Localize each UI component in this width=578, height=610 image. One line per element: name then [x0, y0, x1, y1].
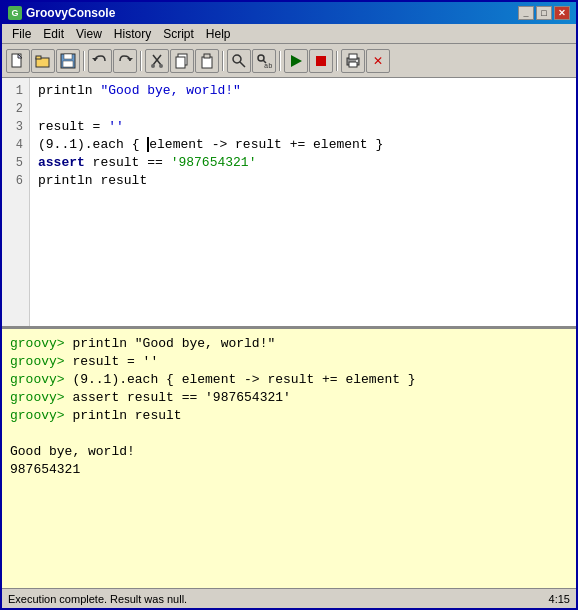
menu-help[interactable]: Help — [200, 26, 237, 41]
copy-button[interactable] — [170, 49, 194, 73]
maximize-button[interactable]: □ — [536, 6, 552, 20]
svg-line-18 — [240, 62, 245, 67]
main-window: G GroovyConsole _ □ ✕ File Edit View His… — [0, 0, 578, 610]
line-num-4: 4 — [6, 136, 23, 154]
code-content[interactable]: println "Good bye, world!" result = '' (… — [30, 78, 576, 326]
code-line-6: println result — [38, 172, 568, 190]
line-num-5: 5 — [6, 154, 23, 172]
svg-rect-15 — [202, 57, 212, 68]
title-bar: G GroovyConsole _ □ ✕ — [2, 2, 576, 24]
app-icon: G — [8, 6, 22, 20]
menu-file[interactable]: File — [6, 26, 37, 41]
line-num-3: 3 — [6, 118, 23, 136]
run-button[interactable] — [284, 49, 308, 73]
code-editor[interactable]: 1 2 3 4 5 6 println "Good bye, world!" r… — [2, 78, 576, 329]
redo-button[interactable] — [113, 49, 137, 73]
window-title: GroovyConsole — [26, 6, 115, 20]
code-line-3: result = '' — [38, 118, 568, 136]
menu-script[interactable]: Script — [157, 26, 200, 41]
output-line-3: groovy> (9..1).each { element -> result … — [10, 371, 568, 389]
svg-point-17 — [233, 55, 241, 63]
close-button[interactable]: ✕ — [554, 6, 570, 20]
status-time: 4:15 — [549, 593, 570, 605]
svg-marker-7 — [92, 58, 98, 61]
find-button[interactable] — [227, 49, 251, 73]
code-line-2 — [38, 100, 568, 118]
delete-button[interactable]: ✕ — [366, 49, 390, 73]
open-button[interactable] — [31, 49, 55, 73]
menu-bar: File Edit View History Script Help — [2, 24, 576, 44]
svg-rect-3 — [36, 56, 41, 59]
title-bar-left: G GroovyConsole — [8, 6, 115, 20]
code-line-5: assert result == '987654321' — [38, 154, 568, 172]
output-line-blank — [10, 425, 568, 443]
line-num-6: 6 — [6, 172, 23, 190]
sep-5 — [336, 51, 338, 71]
minimize-button[interactable]: _ — [518, 6, 534, 20]
svg-rect-25 — [349, 54, 357, 59]
sep-3 — [222, 51, 224, 71]
output-line-2: groovy> result = '' — [10, 353, 568, 371]
title-controls: _ □ ✕ — [518, 6, 570, 20]
toolbar: ab ✕ — [2, 44, 576, 78]
output-area: groovy> println "Good bye, world!" groov… — [2, 329, 576, 589]
svg-text:ab: ab — [264, 62, 272, 69]
svg-marker-22 — [291, 55, 302, 67]
cut-button[interactable] — [145, 49, 169, 73]
svg-rect-16 — [204, 54, 210, 58]
replace-button[interactable]: ab — [252, 49, 276, 73]
interrupt-button[interactable] — [309, 49, 333, 73]
svg-rect-26 — [349, 62, 357, 67]
line-num-2: 2 — [6, 100, 23, 118]
output-line-4: groovy> assert result == '987654321' — [10, 389, 568, 407]
output-line-1: groovy> println "Good bye, world!" — [10, 335, 568, 353]
line-num-1: 1 — [6, 82, 23, 100]
status-bar: Execution complete. Result was null. 4:1… — [2, 588, 576, 608]
output-result-2: 987654321 — [10, 461, 568, 479]
content-area: 1 2 3 4 5 6 println "Good bye, world!" r… — [2, 78, 576, 588]
sep-4 — [279, 51, 281, 71]
svg-rect-14 — [176, 57, 185, 68]
new-button[interactable] — [6, 49, 30, 73]
svg-marker-8 — [127, 58, 133, 61]
sep-2 — [140, 51, 142, 71]
svg-rect-23 — [316, 56, 326, 66]
menu-history[interactable]: History — [108, 26, 157, 41]
menu-view[interactable]: View — [70, 26, 108, 41]
status-message: Execution complete. Result was null. — [8, 593, 187, 605]
code-line-1: println "Good bye, world!" — [38, 82, 568, 100]
line-numbers: 1 2 3 4 5 6 — [2, 78, 30, 326]
sep-1 — [83, 51, 85, 71]
svg-rect-5 — [64, 54, 72, 59]
svg-point-11 — [151, 64, 155, 68]
save-button[interactable] — [56, 49, 80, 73]
svg-rect-6 — [63, 61, 73, 67]
output-line-5: groovy> println result — [10, 407, 568, 425]
output-result-1: Good bye, world! — [10, 443, 568, 461]
print-button[interactable] — [341, 49, 365, 73]
paste-button[interactable] — [195, 49, 219, 73]
code-line-4: (9..1).each { element -> result += eleme… — [38, 136, 568, 154]
undo-button[interactable] — [88, 49, 112, 73]
svg-point-27 — [356, 60, 358, 62]
svg-point-12 — [159, 64, 163, 68]
menu-edit[interactable]: Edit — [37, 26, 70, 41]
